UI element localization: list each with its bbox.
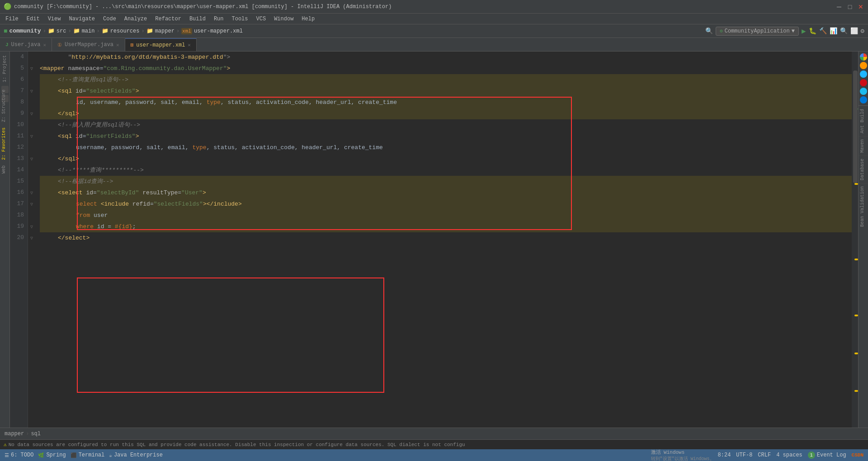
tab-java-icon: J [5,42,9,47]
encoding[interactable]: UTF-8 [736,452,752,458]
tab-user-mapper-xml[interactable]: ⊞ user-mapper.xml ✕ [125,38,197,51]
menu-window[interactable]: Window [270,15,297,23]
coverage-button[interactable]: 📊 [830,27,837,35]
maximize-button[interactable]: □ [846,3,854,10]
indent-info[interactable]: 4 spaces [776,452,802,458]
nav-mapper[interactable]: mapper [155,28,175,34]
fold-arrow-9[interactable]: ▽ [30,111,33,117]
debug-button[interactable]: 🐛 [809,27,816,35]
menu-run[interactable]: Run [210,15,227,23]
ie-icon[interactable] [860,88,867,95]
search-everywhere-icon[interactable]: 🔍 [840,27,848,35]
menu-edit[interactable]: Edit [23,15,43,23]
firefox-icon[interactable] [860,62,867,69]
fold-arrow-16[interactable]: ▽ [30,190,33,196]
menu-file[interactable]: File [2,15,22,23]
tab-usermapper-close[interactable]: ✕ [116,42,119,48]
breadcrumb-sql[interactable]: sql [31,431,41,437]
nav-filename[interactable]: user-mapper.xml [194,28,243,34]
nav-resources[interactable]: resources [110,28,140,34]
code-line-15: <!--根据id查询--> [40,176,852,187]
menu-build[interactable]: Build [186,15,209,23]
code-line-14: <!--*****查询*********--> [40,165,852,176]
structure-panel-label[interactable]: Z: Structure [0,88,10,124]
web-panel-label[interactable]: Web [0,164,10,175]
menu-analyze[interactable]: Analyze [121,15,151,23]
bean-validation-panel-btn[interactable]: Bean Validation [859,183,868,230]
fold-arrow-7[interactable]: ▽ [30,89,33,94]
menu-help[interactable]: Help [298,15,318,23]
menu-vcs[interactable]: VCS [253,15,270,23]
scroll-marker-3 [854,259,858,260]
close-button[interactable]: ✕ [857,3,864,10]
scroll-thumb[interactable] [853,71,858,183]
title-text: community [F:\community] - ...\src\main\… [14,4,392,10]
database-panel-btn[interactable]: Database [859,155,868,183]
run-config-selector[interactable]: ⚙ CommunityApplication ▼ [716,27,799,36]
spring-btn[interactable]: 🌿 Spring [38,452,66,458]
fold-column: ▽ ▽ ▽ ▽ ▽ ▽ ▽ ▽ ▽ [28,52,35,428]
terminal-btn[interactable]: ⬛ Terminal [71,452,105,458]
menu-refactor[interactable]: Refactor [151,15,185,23]
fold-arrow-19[interactable]: ▽ [30,224,33,230]
java-enterprise-icon: ☕ [109,452,112,458]
fold-arrow-17[interactable]: ▽ [30,202,33,207]
fold-arrow-20[interactable]: ▽ [30,235,33,241]
breadcrumb-sep: › [26,431,29,437]
ant-build-panel-btn[interactable]: Ant Build [859,106,868,136]
line-sep[interactable]: CRLF [758,452,771,458]
folder-resources-icon: 📁 [102,28,108,34]
tab-xml-label: user-mapper.xml [136,42,185,48]
code-line-12: username, password, salt, email, type, s… [40,142,852,153]
line-num-16: 16 [12,187,24,198]
event-log-btn[interactable]: 1 Event Log [808,452,846,459]
line-numbers: 4 5 6 7 8 9 10 11 12 13 14 15 16 17 18 1… [10,52,28,428]
scrollbar[interactable] [852,52,858,428]
chrome-icon[interactable] [860,53,867,61]
nav-search-icon[interactable]: 🔍 [705,27,713,35]
code-line-10: <!--插入用户复用sql语句--> [40,119,852,131]
todo-btn[interactable]: ☰ 6: TODO [5,452,33,458]
maven-panel-btn[interactable]: Maven [859,136,868,155]
safari-icon[interactable] [860,71,867,78]
line-num-14: 14 [12,165,24,176]
edge-icon[interactable] [860,96,867,103]
tab-user-java[interactable]: J User.java ✕ [0,38,52,51]
opera-icon[interactable] [860,79,867,86]
menu-code[interactable]: Code [99,15,120,23]
fold-arrow-11[interactable]: ▽ [30,134,33,139]
nav-main[interactable]: main [82,28,95,34]
right-panel: Ant Build Maven Database Bean Validation [858,52,868,428]
run-button[interactable]: ▶ [802,27,806,36]
project-name[interactable]: community [9,28,41,34]
settings-button[interactable]: ⚙ [861,27,864,35]
menu-navigate[interactable]: Navigate [65,15,99,23]
minimize-button[interactable]: ─ [835,3,843,10]
fold-arrow-5[interactable]: ▽ [30,66,33,71]
build-button[interactable]: 🔨 [819,27,827,35]
maximize-editor-button[interactable]: ⬜ [850,27,858,35]
code-line-4: "http://mybatis.org/dtd/mybatis-3-mapper… [40,52,852,63]
code-line-20: </select> [40,232,852,244]
tab-usermapper-java[interactable]: ① UserMapper.java ✕ [52,38,125,51]
run-config-name: CommunityApplication [725,28,790,34]
project-panel-btn[interactable]: 1: Project [1,53,8,84]
folder-src-icon: 📁 [48,28,55,34]
line-info[interactable]: 8:24 [718,452,731,458]
breadcrumb-mapper[interactable]: mapper [5,431,24,437]
nav-src[interactable]: src [57,28,66,34]
favorites-panel-label[interactable]: 2: Favorites [0,126,10,162]
code-editor: 4 5 6 7 8 9 10 11 12 13 14 15 16 17 18 1… [10,52,858,428]
tab-user-java-close[interactable]: ✕ [43,42,46,48]
fold-arrow-13[interactable]: ▽ [30,156,33,162]
menu-tools[interactable]: Tools [228,15,252,23]
code-content[interactable]: "http://mybatis.org/dtd/mybatis-3-mapper… [35,52,852,428]
menu-view[interactable]: View [44,15,65,23]
event-log-label: Event Log [817,452,846,458]
line-num-17: 17 [12,198,24,210]
csdn-icon: CSDN [852,452,863,458]
java-enterprise-btn[interactable]: ☕ Java Enterprise [109,452,163,458]
tab-xml-close[interactable]: ✕ [188,42,191,48]
code-line-18: from user [40,210,852,221]
code-line-13: </sql> [40,153,852,165]
